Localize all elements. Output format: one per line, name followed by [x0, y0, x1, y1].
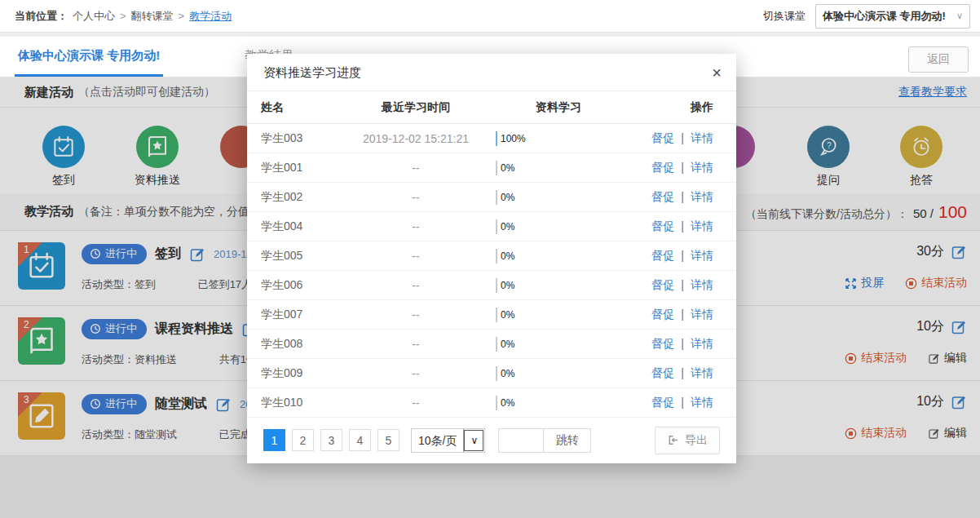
ops-separator: |	[681, 249, 684, 263]
ops-separator: |	[681, 308, 684, 322]
breadcrumb-item-activities[interactable]: 教学活动	[189, 9, 232, 24]
detail-link[interactable]: 详情	[691, 396, 713, 410]
ops-separator: |	[681, 278, 684, 293]
table-row: 学生003 2019-12-02 15:21:21 100% 督促|详情	[247, 124, 736, 153]
breadcrumb-separator: >	[179, 10, 185, 22]
urge-link[interactable]: 督促	[651, 308, 674, 322]
progress-bar: 0%	[496, 190, 497, 205]
progress-label: 100%	[501, 132, 526, 146]
export-button[interactable]: 导出	[655, 427, 720, 454]
page-size-select[interactable]: 10条/页 ∨	[411, 428, 485, 453]
progress-label: 0%	[501, 279, 514, 293]
export-icon	[667, 434, 679, 446]
urge-link[interactable]: 督促	[651, 396, 674, 410]
course-select[interactable]: 体验中心演示课 专用勿动! ∨	[815, 4, 970, 29]
detail-link[interactable]: 详情	[691, 161, 713, 175]
detail-link[interactable]: 详情	[691, 219, 713, 234]
urge-link[interactable]: 督促	[651, 161, 674, 175]
urge-link[interactable]: 督促	[651, 190, 674, 205]
progress-bar: 0%	[496, 366, 497, 381]
table-row: 学生010 -- 0% 督促|详情	[247, 388, 736, 418]
detail-link[interactable]: 详情	[691, 278, 713, 293]
urge-link[interactable]: 督促	[651, 131, 674, 146]
page-button-1[interactable]: 1	[263, 429, 285, 451]
page-size-value: 10条/页	[412, 429, 463, 452]
ops-separator: |	[681, 161, 684, 175]
urge-link[interactable]: 督促	[651, 337, 674, 352]
breadcrumb-item-personal[interactable]: 个人中心	[73, 9, 115, 24]
last-study-time: --	[342, 162, 489, 175]
progress-bar: 0%	[496, 219, 497, 234]
tab-course[interactable]: 体验中心演示课 专用勿动!	[15, 37, 163, 77]
column-header-ops: 操作	[628, 100, 713, 115]
student-name: 学生009	[261, 366, 342, 381]
export-label: 导出	[685, 433, 708, 448]
urge-link[interactable]: 督促	[651, 278, 674, 293]
ops-separator: |	[681, 337, 684, 352]
detail-link[interactable]: 详情	[691, 249, 713, 263]
last-study-time: --	[342, 220, 489, 233]
close-icon[interactable]: ×	[712, 63, 722, 82]
detail-link[interactable]: 详情	[691, 308, 713, 322]
urge-link[interactable]: 督促	[651, 249, 674, 263]
ops-separator: |	[681, 366, 684, 381]
last-study-time: --	[342, 279, 489, 292]
page-button-3[interactable]: 3	[320, 429, 342, 451]
student-name: 学生008	[261, 337, 342, 352]
page-button-2[interactable]: 2	[292, 429, 314, 451]
progress-bar: 0%	[496, 161, 497, 175]
student-name: 学生007	[261, 308, 342, 322]
last-study-time: --	[342, 367, 489, 380]
breadcrumb-separator: >	[120, 10, 126, 22]
detail-link[interactable]: 详情	[691, 131, 713, 146]
student-name: 学生010	[261, 396, 342, 410]
page-button-4[interactable]: 4	[349, 429, 371, 451]
progress-bar: 0%	[496, 337, 497, 352]
progress-label: 0%	[501, 220, 514, 234]
column-header-name: 姓名	[261, 100, 342, 115]
topbar-right: 切换课堂 体验中心演示课 专用勿动! ∨	[763, 4, 970, 29]
urge-link[interactable]: 督促	[651, 219, 674, 234]
chevron-down-icon: ∨	[956, 11, 963, 21]
student-name: 学生006	[261, 278, 342, 293]
breadcrumb: 当前位置： 个人中心 > 翻转课堂 > 教学活动	[15, 9, 232, 24]
student-name: 学生004	[261, 219, 342, 234]
urge-link[interactable]: 督促	[651, 366, 674, 381]
jump-page-input[interactable]	[499, 429, 543, 452]
table-row: 学生009 -- 0% 督促|详情	[247, 359, 736, 388]
ops-separator: |	[681, 190, 684, 205]
page: 当前位置： 个人中心 > 翻转课堂 > 教学活动 切换课堂 体验中心演示课 专用…	[0, 0, 980, 518]
progress-bar: 0%	[496, 278, 497, 293]
detail-link[interactable]: 详情	[691, 337, 713, 352]
progress-label: 0%	[501, 250, 514, 263]
student-name: 学生005	[261, 249, 342, 263]
table-header-row: 姓名 最近学习时间 资料学习 操作	[247, 91, 736, 124]
table-row: 学生002 -- 0% 督促|详情	[247, 183, 736, 212]
breadcrumb-item-classroom[interactable]: 翻转课堂	[131, 9, 174, 24]
last-study-time: 2019-12-02 15:21:21	[342, 132, 489, 145]
modal-title: 资料推送学习进度	[263, 54, 361, 91]
modal-header: 资料推送学习进度 ×	[247, 54, 736, 91]
detail-link[interactable]: 详情	[691, 190, 713, 205]
column-header-time: 最近学习时间	[342, 100, 489, 115]
table-row: 学生004 -- 0% 督促|详情	[247, 212, 736, 241]
progress-bar: 0%	[496, 396, 497, 410]
ops-separator: |	[681, 396, 684, 410]
last-study-time: --	[342, 250, 489, 263]
course-select-value: 体验中心演示课 专用勿动!	[823, 9, 946, 24]
student-name: 学生001	[261, 161, 342, 175]
progress-label: 0%	[501, 338, 514, 352]
jump-group: 跳转	[498, 428, 591, 453]
jump-button[interactable]: 跳转	[543, 429, 590, 452]
last-study-time: --	[342, 308, 489, 321]
ops-separator: |	[681, 131, 684, 146]
last-study-time: --	[342, 191, 489, 204]
pagination: 1 2 3 4 5 10条/页 ∨ 跳转 导出	[247, 418, 736, 463]
detail-link[interactable]: 详情	[691, 366, 713, 381]
progress-label: 0%	[501, 162, 514, 175]
breadcrumb-label: 当前位置：	[15, 9, 68, 24]
ops-separator: |	[681, 219, 684, 234]
back-button[interactable]: 返回	[908, 46, 969, 73]
page-button-5[interactable]: 5	[377, 429, 400, 451]
progress-bar: 100%	[496, 131, 497, 146]
